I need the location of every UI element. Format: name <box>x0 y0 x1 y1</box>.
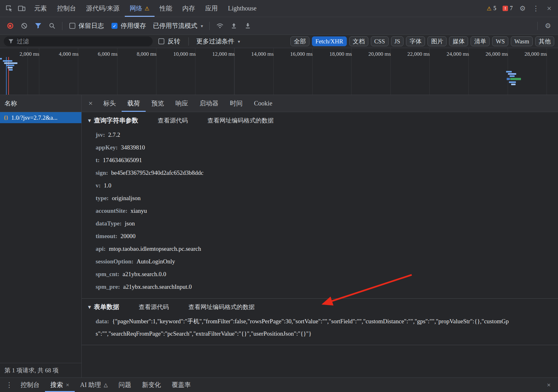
tab-timing[interactable]: 时间 <box>224 95 248 112</box>
toolbar-separator <box>188 37 189 46</box>
preserve-log-checkbox[interactable] <box>69 23 75 29</box>
waterfall-bar <box>9 69 13 71</box>
drawer-tab-search[interactable]: 搜索 × <box>45 378 75 392</box>
triangle-down-icon: ▼ <box>88 305 91 309</box>
drawer-toolbar: ⋮ 控制台 搜索 × AI 助理 △ 问题 新变化 覆盖率 × <box>0 377 558 392</box>
tab-elements[interactable]: 元素 <box>29 0 52 17</box>
waterfall-bar <box>3 60 12 62</box>
form-data-title[interactable]: ▼ 表单数据 <box>88 303 119 311</box>
disable-cache-toggle[interactable]: ✓ 停用缓存 <box>108 22 149 30</box>
close-drawer-icon[interactable]: × <box>543 381 555 389</box>
drawer-tab-ai-assistance[interactable]: AI 助理 △ <box>75 378 113 392</box>
param-row: api:mtop.taobao.idlemtopsearch.pc.search <box>96 243 520 255</box>
issues-badge[interactable]: !7 <box>500 5 516 12</box>
drawer-tab-whats-new[interactable]: 新变化 <box>136 378 166 392</box>
chip-doc[interactable]: 文档 <box>349 36 368 46</box>
preserve-log-toggle[interactable]: 保留日志 <box>66 22 107 30</box>
filter-input-wrapper[interactable] <box>4 36 153 46</box>
drawer-tab-issues[interactable]: 问题 <box>113 378 136 392</box>
record-icon <box>7 23 13 29</box>
timeline-tick: 14,000 ms <box>239 51 274 57</box>
clear-network-log-icon[interactable] <box>18 20 30 32</box>
network-settings-gear-icon[interactable]: ⚙ <box>542 20 554 32</box>
tab-initiator[interactable]: 启动器 <box>194 95 224 112</box>
more-tools-icon[interactable]: ⋮ <box>3 378 15 392</box>
tab-response[interactable]: 响应 <box>170 95 194 112</box>
chip-all[interactable]: 全部 <box>290 36 309 46</box>
chip-media[interactable]: 媒体 <box>449 36 468 46</box>
warnings-badge[interactable]: ⚠5 <box>484 5 499 12</box>
chip-fetch-xhr[interactable]: Fetch/XHR <box>312 36 347 46</box>
throttling-select[interactable]: 已停用节流模式 ▾ <box>150 22 206 30</box>
more-filters-button[interactable]: 更多过滤条件 ▾ <box>194 37 243 46</box>
tab-performance[interactable]: 性能 <box>155 0 177 17</box>
request-list: {} 1.0/?jsv=2.7.2&a... <box>0 112 81 363</box>
device-toolbar-icon[interactable] <box>15 2 28 15</box>
network-filter-bar: 反转 更多过滤条件 ▾ 全部 Fetch/XHR 文档 CSS JS 字体 图片… <box>0 35 558 48</box>
timeline-tick: 24,000 ms <box>434 51 469 57</box>
panel-tabs: 元素 控制台 源代码/来源 网络⚠ 性能 内存 应用 Lighthouse <box>29 0 262 17</box>
toolbar-separator <box>209 22 210 30</box>
chip-css[interactable]: CSS <box>371 36 389 46</box>
filter-toggle-icon[interactable] <box>32 20 44 32</box>
close-detail-icon[interactable]: × <box>84 95 98 112</box>
invert-checkbox[interactable] <box>158 38 164 44</box>
chip-other[interactable]: 其他 <box>535 36 554 46</box>
tab-console[interactable]: 控制台 <box>52 0 81 17</box>
network-overview-timeline[interactable]: 2,000 ms 4,000 ms 6,000 ms 8,000 ms 10,0… <box>0 48 558 95</box>
view-source-link[interactable]: 查看源代码 <box>158 117 188 125</box>
search-icon[interactable] <box>46 20 58 32</box>
close-search-tab-icon[interactable]: × <box>66 382 69 389</box>
query-string-title[interactable]: ▼ 查询字符串参数 <box>88 116 138 125</box>
top-bar-right-controls: ⚠5 !7 ⚙ ⋮ × <box>484 2 555 15</box>
tab-preview[interactable]: 预览 <box>146 95 170 112</box>
tab-application[interactable]: 应用 <box>200 0 223 17</box>
chip-js[interactable]: JS <box>391 36 404 46</box>
tab-headers[interactable]: 标头 <box>98 95 122 112</box>
disable-cache-checkbox[interactable]: ✓ <box>111 23 117 29</box>
tab-network[interactable]: 网络⚠ <box>125 0 155 17</box>
record-network-log-button[interactable] <box>4 20 16 32</box>
more-options-icon[interactable]: ⋮ <box>529 2 542 15</box>
param-row: appKey:34839810 <box>96 141 520 154</box>
export-har-icon[interactable] <box>227 20 240 32</box>
chip-wasm[interactable]: Wasm <box>511 36 533 46</box>
payload-content: ▼ 查询字符串参数 查看源代码 查看网址编码格式的数据 jsv:2.7.2 ap… <box>82 112 558 377</box>
filter-input[interactable] <box>17 38 148 45</box>
toolbar-separator <box>62 22 62 30</box>
funnel-icon <box>8 39 14 44</box>
settings-gear-icon[interactable]: ⚙ <box>516 2 529 15</box>
network-conditions-icon[interactable] <box>213 20 226 32</box>
chip-img[interactable]: 图片 <box>428 36 447 46</box>
tab-sources[interactable]: 源代码/来源 <box>81 0 125 17</box>
tab-cookies[interactable]: Cookie <box>248 95 278 112</box>
timeline-tick: 10,000 ms <box>161 51 196 57</box>
warning-icon: ⚠ <box>487 5 491 12</box>
timeline-tick: 22,000 ms <box>395 51 430 57</box>
chip-manifest[interactable]: 清单 <box>471 36 490 46</box>
timeline-tick: 16,000 ms <box>278 51 313 57</box>
timeline-tick: 20,000 ms <box>356 51 391 57</box>
view-urlencoded-link[interactable]: 查看网址编码格式的数据 <box>207 117 274 125</box>
close-devtools-icon[interactable]: × <box>543 2 555 15</box>
import-har-icon[interactable] <box>241 20 254 32</box>
request-list-panel: 名称 {} 1.0/?jsv=2.7.2&a... 第 1 项请求, 共 68 … <box>0 95 82 377</box>
invert-filter-toggle[interactable]: 反转 <box>155 37 183 46</box>
drawer-tab-coverage[interactable]: 覆盖率 <box>166 378 196 392</box>
view-source-link[interactable]: 查看源代码 <box>139 303 169 311</box>
json-request-icon: {} <box>4 115 9 121</box>
tab-payload[interactable]: 载荷 <box>122 95 146 112</box>
tab-lighthouse[interactable]: Lighthouse <box>223 0 262 17</box>
chip-font[interactable]: 字体 <box>406 36 425 46</box>
ai-spark-icon: △ <box>104 382 108 388</box>
param-row: accountSite:xianyu <box>96 205 520 217</box>
view-urlencoded-link[interactable]: 查看网址编码格式的数据 <box>188 303 255 311</box>
tab-memory[interactable]: 内存 <box>177 0 200 17</box>
drawer-tab-console[interactable]: 控制台 <box>15 378 45 392</box>
chip-ws[interactable]: WS <box>492 36 508 46</box>
timeline-tick: 2,000 ms <box>4 51 39 57</box>
waterfall-bar <box>0 58 2 60</box>
request-row-selected[interactable]: {} 1.0/?jsv=2.7.2&a... <box>0 112 81 123</box>
inspect-element-icon[interactable] <box>3 2 15 15</box>
name-column-header[interactable]: 名称 <box>0 95 81 112</box>
